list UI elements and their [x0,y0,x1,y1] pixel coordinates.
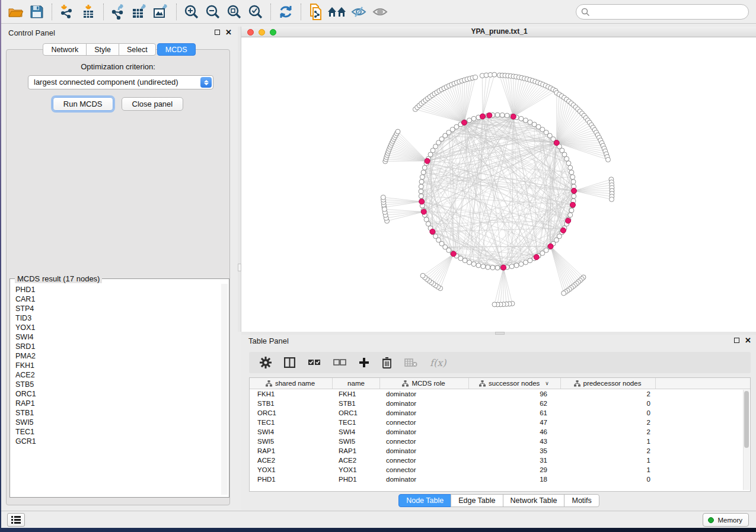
close-panel-icon[interactable]: ✕ [745,337,751,344]
column-header-shared-name[interactable]: shared name [250,378,333,389]
result-node: STB5 [15,380,219,389]
table-cell: YOX1 [250,465,333,475]
table-cell: ORC1 [333,408,380,418]
fit-content-button[interactable] [224,2,245,21]
table-mode-gear-button[interactable] [260,357,272,368]
trash-icon [382,357,392,368]
export-network-button[interactable] [108,2,129,21]
delete-table-button[interactable] [404,358,417,367]
tab-node-table[interactable]: Node Table [398,494,451,507]
result-node: FKH1 [15,361,219,370]
scrollbar-thumb[interactable] [744,391,749,448]
table-cell: 1 [561,456,656,465]
close-window-icon[interactable] [247,29,254,36]
function-builder-button[interactable]: f(x) [430,357,446,368]
export-table-button[interactable] [129,2,151,21]
table-cell: dominator [380,408,469,418]
tab-motifs[interactable]: Motifs [564,494,599,507]
table-scrollbar[interactable] [743,390,749,490]
table-row[interactable]: ACE2ACE2connector311 [250,456,750,465]
memory-button[interactable]: Memory [703,513,749,527]
tab-mcds[interactable]: MCDS [157,43,196,56]
run-mcds-button[interactable]: Run MCDS [53,97,113,111]
result-node: ACE2 [15,370,219,380]
tab-edge-table[interactable]: Edge Table [451,494,503,507]
open-session-button[interactable] [5,2,26,21]
show-hidden-button[interactable] [369,2,391,21]
table-row[interactable]: SWI4SWI4dominator462 [250,427,750,437]
delete-column-button[interactable] [382,357,392,368]
task-history-button[interactable] [7,513,25,527]
maximize-window-icon[interactable] [270,29,276,36]
fit-selected-button[interactable] [245,2,266,21]
column-header-successor-nodes[interactable]: successor nodes ∨ [469,378,561,389]
deselect-all-button[interactable] [333,358,346,367]
apply-layout-button[interactable] [275,2,296,21]
table-cell: SWI5 [250,437,333,446]
table-row[interactable]: FKH1FKH1dominator962 [250,389,750,399]
result-node: GCR1 [15,437,219,446]
houses-button[interactable] [327,2,348,21]
table-row[interactable]: YOX1YOX1connector291 [250,465,750,475]
column-header-name[interactable]: name [333,378,380,389]
result-node: PHD1 [15,285,219,294]
houses-icon [327,5,347,19]
column-header-mcds-role[interactable]: MCDS role [380,378,469,389]
result-node: STP4 [15,304,219,313]
table-cell: dominator [380,399,469,408]
column-header-predecessor-nodes[interactable]: predecessor nodes [561,378,656,389]
table-row[interactable]: TEC1TEC1connector472 [250,418,750,427]
open-folder-icon [8,4,23,20]
search-field[interactable] [576,4,749,20]
fit-content-icon [227,4,242,20]
float-panel-icon[interactable] [734,338,739,343]
hide-selected-button[interactable] [348,2,369,21]
close-panel-icon[interactable]: ✕ [225,29,232,36]
table-cell: connector [380,456,469,465]
table-row[interactable]: STB1STB1dominator620 [250,399,750,408]
table-row[interactable]: ORC1ORC1dominator610 [250,408,750,418]
table-panel: Table Panel ✕ [241,335,756,511]
tab-style[interactable]: Style [86,43,119,56]
table-toolbar: f(x) [249,352,751,373]
main-toolbar [1,0,756,24]
tab-select[interactable]: Select [119,43,156,56]
mcds-result-list[interactable]: PHD1 CAR1 STP4 TID3 YOX1 SWI4 SRD1 PMA2 … [15,285,219,495]
zoom-in-button[interactable] [181,2,202,21]
column-header-filler [656,378,750,389]
float-panel-icon[interactable] [215,30,220,35]
zoom-out-button[interactable] [202,2,224,21]
import-network-button[interactable] [56,2,78,21]
select-all-button[interactable] [308,358,321,367]
duplicate-network-button[interactable] [305,2,327,21]
control-panel-tabs: Network Style Select MCDS [1,43,238,56]
result-node: CAR1 [15,294,219,304]
result-node: SRD1 [15,342,219,351]
network-canvas[interactable] [241,37,756,332]
search-icon [581,8,590,17]
import-table-button[interactable] [78,2,99,21]
eye-icon [372,5,388,19]
tab-network-table[interactable]: Network Table [503,494,565,507]
table-header-row: shared name name MCDS role successor nod… [250,378,750,389]
close-panel-button[interactable]: Close panel [122,97,184,111]
table-cell: FKH1 [250,389,333,399]
search-input[interactable] [590,6,748,18]
eye-slash-icon [350,5,367,19]
result-scrollbar[interactable] [221,284,228,495]
add-column-button[interactable] [359,357,369,368]
network-titlebar[interactable]: YPA_prune.txt_1 [241,27,756,37]
table-cell: 2 [561,427,656,437]
minimize-window-icon[interactable] [259,29,265,36]
save-session-button[interactable] [26,2,47,21]
export-image-button[interactable] [151,2,172,21]
mcds-result-box: MCDS result (17 nodes) PHD1 CAR1 STP4 TI… [9,278,229,498]
optimization-criterion-select[interactable]: largest connected component (undirected) [28,75,213,89]
sort-descending-icon: ∨ [545,380,549,386]
table-row[interactable]: PHD1PHD1dominator180 [250,475,750,484]
show-columns-button[interactable] [284,357,295,368]
table-row[interactable]: SWI5SWI5connector431 [250,437,750,446]
table-row[interactable]: RAP1RAP1dominator352 [250,446,750,456]
tab-network[interactable]: Network [43,43,87,56]
table-panel-title: Table Panel [248,336,289,345]
